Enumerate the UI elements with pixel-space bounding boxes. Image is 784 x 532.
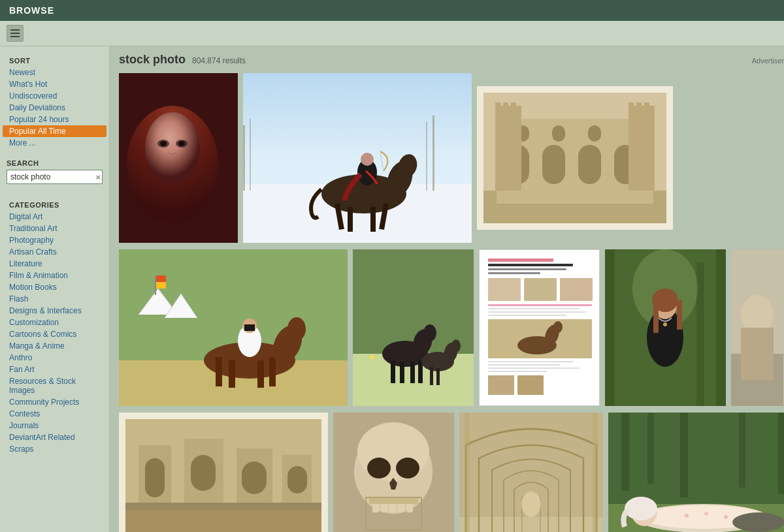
content-title: stock photo [119, 53, 186, 67]
svg-rect-11 [426, 122, 427, 191]
svg-rect-31 [552, 125, 565, 142]
sidebar-item-community-projects[interactable]: Community Projects [0, 396, 109, 408]
svg-rect-44 [156, 275, 166, 282]
svg-point-137 [521, 491, 541, 517]
svg-point-155 [732, 512, 784, 532]
sidebar-item-designs-interfaces[interactable]: Designs & Interfaces [0, 305, 109, 317]
content-header: stock photo 804,874 results Advertisemen… [119, 53, 784, 67]
search-section: SEARCH × [0, 154, 109, 189]
svg-point-106 [663, 322, 667, 326]
sidebar-item-photography[interactable]: Photography [0, 234, 109, 246]
svg-rect-138 [465, 413, 470, 532]
sidebar-item-manga-anime[interactable]: Manga & Anime [0, 340, 109, 352]
search-input[interactable] [7, 170, 103, 184]
menu-button[interactable] [7, 25, 24, 42]
svg-point-5 [160, 141, 167, 146]
svg-rect-50 [269, 357, 276, 386]
gallery-image[interactable] [119, 73, 238, 243]
svg-point-64 [423, 324, 436, 341]
sidebar-item-contests[interactable]: Contests [0, 408, 109, 420]
gallery-image[interactable] [119, 413, 328, 532]
gallery-image[interactable] [731, 249, 783, 406]
search-clear-button[interactable]: × [95, 172, 101, 182]
svg-rect-78 [488, 272, 540, 274]
gallery-image[interactable] [353, 249, 474, 406]
toolbar [0, 21, 784, 46]
sidebar-item-whats-hot[interactable]: What's Hot [0, 78, 109, 90]
svg-point-154 [724, 515, 728, 519]
sort-label: SORT [0, 53, 109, 67]
svg-rect-48 [229, 360, 235, 388]
sidebar-item-customization[interactable]: Customization [0, 317, 109, 328]
sidebar-item-traditional-art[interactable]: Traditional Art [0, 223, 109, 234]
svg-rect-93 [488, 371, 547, 372]
sidebar-item-resources-stock[interactable]: Resources & Stock Images [0, 375, 109, 396]
sidebar-item-artisan-crafts[interactable]: Artisan Crafts [0, 246, 109, 258]
sidebar-item-newest[interactable]: Newest [0, 67, 109, 78]
svg-rect-43 [155, 275, 156, 295]
main-layout: SORT Newest What's Hot Undiscovered Dail… [0, 46, 784, 532]
gallery-image[interactable] [119, 249, 348, 406]
sidebar-item-digital-art[interactable]: Digital Art [0, 211, 109, 223]
sidebar-item-fan-art[interactable]: Fan Art [0, 364, 109, 375]
advertisement-label: Advertisement [752, 57, 784, 65]
sidebar-item-popular-all-time[interactable]: Popular All Time [3, 125, 106, 137]
svg-rect-92 [488, 368, 580, 369]
sidebar-item-motion-books[interactable]: Motion Books [0, 281, 109, 293]
sidebar-item-flash[interactable]: Flash [0, 293, 109, 305]
svg-rect-65 [391, 360, 395, 383]
svg-rect-143 [647, 413, 654, 484]
svg-rect-105 [677, 300, 682, 330]
svg-point-153 [704, 512, 708, 516]
svg-rect-116 [191, 455, 216, 491]
svg-rect-72 [430, 367, 433, 385]
svg-rect-114 [145, 458, 165, 497]
gallery-image[interactable] [333, 413, 454, 532]
sidebar-item-scraps[interactable]: Scraps [0, 443, 109, 455]
svg-rect-76 [488, 264, 573, 266]
svg-rect-84 [488, 311, 586, 313]
svg-rect-99 [696, 262, 704, 406]
gallery-image[interactable] [243, 73, 472, 243]
image-row-2 [119, 249, 784, 406]
svg-point-52 [287, 317, 306, 341]
gallery-image[interactable] [605, 249, 726, 406]
svg-rect-16 [370, 207, 376, 232]
svg-rect-35 [495, 102, 500, 110]
sidebar-item-popular-24[interactable]: Popular 24 hours [0, 114, 109, 125]
gallery-image[interactable] [608, 413, 784, 532]
svg-rect-67 [410, 362, 415, 383]
svg-point-124 [357, 422, 429, 481]
sidebar-item-deviantart-related[interactable]: DeviantArt Related [0, 431, 109, 443]
app-title: BROWSE [9, 5, 54, 16]
svg-rect-77 [488, 268, 566, 270]
svg-rect-97 [605, 249, 615, 406]
sidebar-item-cartoons-comics[interactable]: Cartoons & Comics [0, 328, 109, 340]
svg-point-125 [367, 458, 391, 478]
svg-rect-81 [560, 278, 593, 301]
svg-point-58 [370, 355, 374, 359]
svg-rect-38 [629, 102, 634, 110]
sidebar-item-daily-deviations[interactable]: Daily Deviations [0, 102, 109, 114]
search-input-wrap: × [7, 170, 103, 184]
hamburger-line [10, 33, 20, 34]
svg-point-2 [145, 112, 200, 184]
sidebar-item-film-animation[interactable]: Film & Animation [0, 270, 109, 281]
gallery-image[interactable] [459, 413, 603, 532]
image-row-3 [119, 413, 784, 532]
svg-rect-121 [125, 503, 321, 510]
svg-rect-104 [653, 300, 659, 333]
sidebar-item-anthro[interactable]: Anthro [0, 352, 109, 364]
categories-label: CATEGORIES [0, 197, 109, 211]
sidebar-item-journals[interactable]: Journals [0, 420, 109, 431]
svg-rect-85 [488, 315, 566, 316]
sidebar-item-more[interactable]: More ... [0, 137, 109, 149]
gallery-image[interactable] [479, 249, 600, 406]
svg-rect-90 [488, 361, 573, 362]
svg-point-151 [625, 497, 657, 520]
sidebar-item-literature[interactable]: Literature [0, 258, 109, 270]
sidebar-item-undiscovered[interactable]: Undiscovered [0, 90, 109, 102]
gallery-image[interactable] [477, 86, 673, 230]
svg-rect-12 [433, 116, 434, 191]
image-grid [119, 73, 784, 532]
